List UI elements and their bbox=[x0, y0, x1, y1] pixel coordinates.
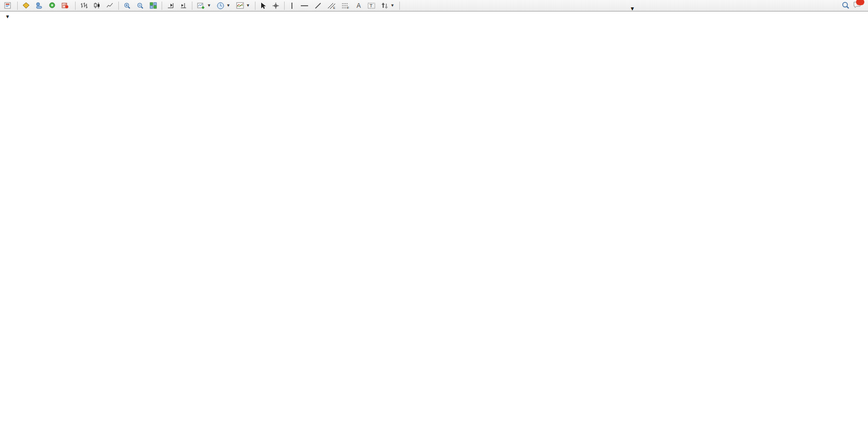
zoom-out-button[interactable] bbox=[134, 0, 146, 11]
svg-text:E: E bbox=[333, 6, 335, 9]
indicators-button[interactable]: ▼ bbox=[234, 0, 253, 11]
new-order-icon bbox=[4, 2, 11, 9]
notification-badge bbox=[856, 0, 864, 5]
main-toolbar: ▼ ▼ ▼ E F A T ▼ bbox=[0, 0, 868, 11]
auto-scroll-icon bbox=[167, 2, 174, 9]
bar-chart-button[interactable] bbox=[78, 0, 90, 11]
cursor-button[interactable] bbox=[258, 0, 269, 11]
text-icon: A bbox=[356, 2, 362, 9]
text-label-button[interactable]: T bbox=[365, 0, 378, 11]
line-chart-button[interactable] bbox=[104, 0, 116, 11]
divider bbox=[118, 2, 119, 10]
search-button[interactable] bbox=[839, 0, 852, 11]
divider bbox=[75, 2, 76, 10]
auto-scroll-button[interactable] bbox=[164, 0, 177, 11]
chevron-down-icon: ▼ bbox=[390, 3, 395, 8]
zoom-in-icon bbox=[124, 2, 131, 9]
navigator-button[interactable] bbox=[46, 0, 58, 11]
zoom-in-button[interactable] bbox=[121, 0, 133, 11]
vertical-line-button[interactable] bbox=[287, 0, 297, 11]
divider bbox=[284, 2, 285, 10]
svg-text:A: A bbox=[357, 2, 361, 9]
svg-text:F: F bbox=[347, 6, 349, 9]
chevron-down-icon: ▼ bbox=[226, 3, 230, 8]
instruments-icon bbox=[22, 2, 30, 9]
chart-canvas[interactable] bbox=[0, 0, 868, 438]
instruments-button[interactable] bbox=[20, 0, 32, 11]
divider bbox=[17, 2, 18, 10]
bar-chart-icon bbox=[80, 2, 88, 9]
cursor-icon bbox=[260, 2, 266, 9]
horizontal-line-button[interactable] bbox=[298, 0, 311, 11]
autotrading-icon bbox=[62, 2, 69, 9]
channel-button[interactable]: E bbox=[325, 0, 338, 11]
svg-text:T: T bbox=[370, 3, 373, 8]
divider bbox=[255, 2, 255, 10]
data-window-button[interactable] bbox=[33, 0, 45, 11]
chart-shift-button[interactable] bbox=[177, 0, 190, 11]
arrows-button[interactable]: ▼ bbox=[378, 0, 397, 11]
tile-windows-button[interactable] bbox=[147, 0, 160, 11]
tile-windows-icon bbox=[150, 2, 157, 9]
candlestick-chart-button[interactable] bbox=[91, 0, 103, 11]
divider bbox=[192, 2, 192, 10]
period-icon bbox=[217, 2, 224, 9]
trendline-button[interactable] bbox=[312, 0, 324, 11]
navigator-icon bbox=[48, 2, 56, 9]
chart-shift-icon bbox=[180, 2, 187, 9]
channel-icon: E bbox=[327, 2, 336, 9]
new-chart-icon bbox=[197, 2, 205, 9]
notifications-button[interactable] bbox=[853, 1, 861, 10]
data-window-icon bbox=[35, 2, 43, 9]
divider bbox=[399, 2, 400, 10]
indicators-icon bbox=[236, 2, 244, 9]
period-button[interactable]: ▼ bbox=[214, 0, 233, 11]
text-button[interactable]: A bbox=[353, 0, 364, 11]
search-icon bbox=[842, 2, 850, 9]
arrows-icon bbox=[381, 2, 388, 9]
symbol-dropdown-icon[interactable]: ▼ bbox=[5, 14, 10, 19]
chevron-down-icon: ▼ bbox=[246, 3, 250, 8]
fibonacci-button[interactable]: F bbox=[339, 0, 352, 11]
text-label-icon: T bbox=[368, 2, 375, 9]
divider bbox=[162, 2, 162, 10]
autotrading-button[interactable] bbox=[59, 0, 73, 11]
crosshair-icon bbox=[272, 2, 279, 9]
crosshair-button[interactable] bbox=[270, 0, 282, 11]
zoom-out-icon bbox=[137, 2, 144, 9]
line-chart-icon bbox=[106, 2, 114, 9]
chart-title-bar: ▼ bbox=[5, 14, 13, 19]
new-order-button[interactable] bbox=[2, 0, 15, 11]
new-chart-button[interactable]: ▼ bbox=[194, 0, 214, 11]
fibonacci-icon: F bbox=[341, 2, 350, 9]
vertical-line-icon bbox=[289, 2, 295, 9]
horizontal-line-icon bbox=[300, 2, 309, 9]
toolbar-overflow-icon[interactable]: ▼ bbox=[630, 6, 635, 11]
trendline-icon bbox=[314, 2, 322, 9]
candlestick-chart-icon bbox=[93, 2, 101, 9]
chevron-down-icon: ▼ bbox=[207, 3, 211, 8]
